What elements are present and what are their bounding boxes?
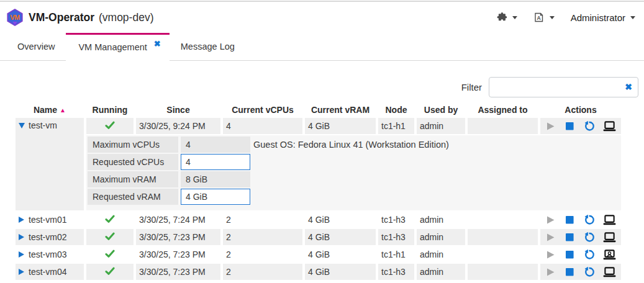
node-cell: tc1-h1 [378,246,414,263]
actions-cell [540,264,621,280]
running-cell [86,212,134,228]
running-check-icon [105,121,115,130]
column-header-node[interactable]: Node [378,103,414,117]
header-menus: A Administrator [497,12,635,23]
expand-row-icon[interactable] [19,234,24,240]
field-label: Maximum vCPUs [88,137,178,153]
assigned-to-cell [468,118,538,134]
column-header-name[interactable]: Name▲ [16,103,84,117]
language-dropdown[interactable]: A [533,12,555,23]
field-label: Requested vCPUs [88,154,178,170]
translate-icon: A [533,12,545,23]
assigned-to-cell [468,246,538,263]
app-title: VM-Operator [29,11,94,24]
actions-cell [540,246,621,263]
table-row: test-vm04 3/30/25, 7:23 PM 2 4 GiB tc1-h… [16,264,621,280]
reset-vm-icon[interactable] [584,267,594,277]
chevron-down-icon [550,16,555,19]
column-header-since[interactable]: Since [136,103,220,117]
guest-os-info: Guest OS: Fedora Linux 41 (Workstation E… [253,140,449,150]
filter-label: Filter [461,82,482,92]
since-cell: 3/30/25, 7:23 PM [136,246,220,263]
chevron-down-icon [630,16,635,19]
start-vm-icon-disabled [545,267,556,277]
running-check-icon [105,232,115,241]
console-in-use-icon[interactable] [603,249,616,260]
stop-vm-icon[interactable] [565,215,575,225]
running-cell [86,229,134,245]
vm-name-cell: test-vm03 [16,246,84,263]
column-header-used-by[interactable]: Used by [417,103,465,117]
actions-cell [540,229,621,245]
column-header-current-vram[interactable]: Current vRAM [305,103,376,117]
field-label: Maximum vRAM [88,171,178,187]
clear-filter-icon[interactable]: ✖ [625,81,632,92]
running-check-icon [105,215,115,223]
maximum-vram-value: 8 GiB [181,171,250,187]
expand-row-icon[interactable] [19,217,24,223]
filter-row: Filter ✖ [0,77,638,97]
table-row: test-vm01 3/30/25, 7:24 PM 2 4 GiB tc1-h… [16,212,621,228]
expand-row-icon[interactable] [19,269,24,275]
reset-vm-icon[interactable] [584,232,594,243]
components-dropdown[interactable] [497,12,517,23]
detail-row: Maximum vCPUs 4 Requested vCPUs Maximum … [16,135,621,210]
running-cell [86,246,134,263]
tab-overview[interactable]: Overview [6,33,66,61]
tab-message-log[interactable]: Message Log [170,33,246,61]
used-by-cell: admin [417,264,465,280]
close-tab-icon[interactable]: ✖ [154,39,161,48]
vcpus-cell: 4 [223,118,302,134]
vm-name: test-vm01 [29,215,66,225]
assigned-to-cell [468,264,538,280]
app-instance: (vmop-dev) [99,11,154,24]
column-header-running[interactable]: Running [86,103,134,117]
filter-input[interactable] [489,77,638,97]
used-by-cell: admin [417,212,465,228]
requested-vcpus-input[interactable] [181,154,250,170]
column-header-current-vcpus[interactable]: Current vCPUs [223,103,302,117]
used-by-cell: admin [417,246,465,263]
brand: VM VM-Operator (vmop-dev) [6,9,153,26]
field-label: Requested vRAM [88,189,178,205]
used-by-cell: admin [417,229,465,245]
vm-name: test-vm03 [29,249,66,259]
start-vm-icon-disabled [545,215,556,225]
open-console-icon[interactable] [603,232,616,243]
vm-name-cell: test-vm02 [16,229,84,245]
stop-vm-icon[interactable] [565,232,575,243]
requested-vram-input[interactable] [181,189,250,205]
open-console-icon[interactable] [603,267,616,277]
tab-vm-management[interactable]: VM Management✖ [66,33,169,61]
reset-vm-icon[interactable] [584,249,594,260]
column-header-actions: Actions [540,103,621,117]
vram-cell: 4 GiB [305,118,376,134]
reset-vm-icon[interactable] [584,215,594,225]
column-header-assigned-to[interactable]: Assigned to [468,103,538,117]
vcpus-cell: 2 [223,212,302,228]
vm-table: Name▲ Running Since Current vCPUs Curren… [13,102,624,281]
running-cell [86,118,134,134]
running-cell [86,264,134,280]
collapse-row-icon[interactable] [19,123,25,128]
sort-ascending-icon: ▲ [60,107,66,114]
since-cell: 3/30/25, 7:23 PM [136,264,220,280]
start-vm-icon-disabled [545,232,556,243]
open-console-icon[interactable] [603,215,616,225]
vcpus-cell: 2 [223,246,302,263]
stop-vm-icon[interactable] [565,249,575,260]
reset-vm-icon[interactable] [584,121,594,132]
stop-vm-icon[interactable] [565,121,575,132]
tab-bar: Overview VM Management✖ Message Log [0,33,644,61]
maximum-vcpus-value: 4 [181,137,250,153]
node-cell: tc1-h3 [378,229,414,245]
vcpus-cell: 2 [223,229,302,245]
vm-operator-window: VM VM-Operator (vmop-dev) [0,1,644,283]
expand-row-icon[interactable] [19,251,24,258]
vm-name: test-vm04 [29,267,66,277]
open-console-icon[interactable] [603,121,616,132]
puzzle-icon [497,12,507,23]
user-dropdown[interactable]: Administrator [571,12,635,23]
stop-vm-icon[interactable] [565,267,575,277]
table-row: test-vm03 3/30/25, 7:23 PM 2 4 GiB tc1-h… [16,246,621,263]
